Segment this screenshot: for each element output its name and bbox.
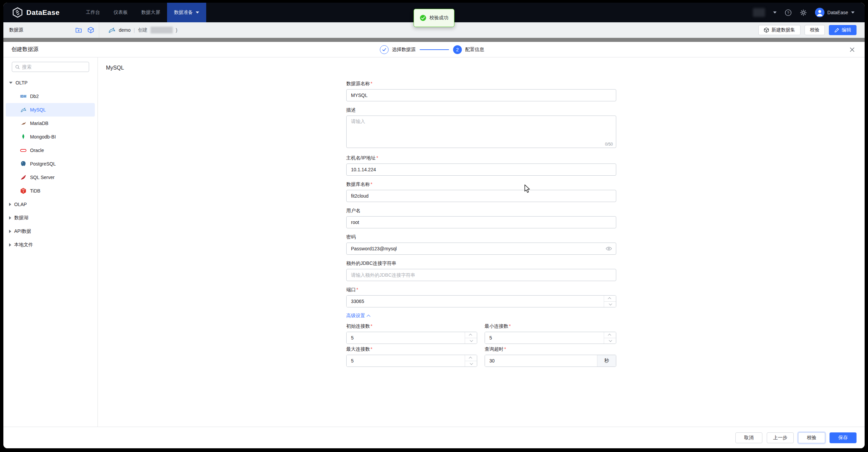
- toolbar-validate-button[interactable]: 校验: [805, 25, 825, 35]
- decrement-button[interactable]: [604, 301, 616, 307]
- description-textarea[interactable]: [346, 116, 616, 148]
- advanced-settings-toggle[interactable]: 高级设置: [346, 312, 616, 320]
- tree-group-oltp[interactable]: OLTP: [3, 76, 98, 90]
- user-menu[interactable]: DataEase: [815, 8, 855, 17]
- tree-item-sqlserver[interactable]: SQL Server: [3, 171, 98, 184]
- increment-button[interactable]: [465, 355, 477, 361]
- tree-item-mongodb[interactable]: Mongodb-BI: [3, 130, 98, 144]
- increment-button[interactable]: [604, 332, 616, 338]
- brand[interactable]: DataEase: [12, 7, 60, 18]
- field-min-conn: 最小连接数*: [485, 322, 616, 344]
- cube-icon: [764, 27, 769, 33]
- previous-step-button[interactable]: 上一步: [767, 432, 794, 443]
- max-conn-stepper: [346, 355, 477, 367]
- datasource-type-sidebar: OLTP IBM Db2 MySQL: [3, 57, 98, 427]
- spinner-controls: [604, 296, 616, 307]
- timeout-input[interactable]: [485, 355, 597, 367]
- jdbc-input[interactable]: [346, 269, 616, 281]
- app-window: DataEase 工作台 仪表板 数据大屏 数据准备 ?: [3, 3, 865, 448]
- field-label: 描述: [346, 106, 616, 114]
- group-label: 数据湖: [14, 215, 28, 221]
- connection-settings-grid: 初始连接数* 最小连接数*: [346, 322, 616, 367]
- chevron-right-icon: [9, 243, 11, 247]
- datasource-name-input[interactable]: [346, 89, 616, 101]
- cancel-button[interactable]: 取消: [735, 432, 762, 443]
- breadcrumb-separator: |: [134, 27, 135, 33]
- success-check-icon: [420, 15, 427, 21]
- chevron-down-icon: [851, 11, 855, 14]
- database-name-input[interactable]: [346, 190, 616, 202]
- tree-item-postgresql[interactable]: PostgreSQL: [3, 157, 98, 171]
- nav-item-dashboard[interactable]: 仪表板: [107, 3, 135, 22]
- field-jdbc: 额外的JDBC连接字符串: [346, 259, 616, 281]
- increment-button[interactable]: [604, 296, 616, 301]
- min-conn-input[interactable]: [485, 332, 604, 344]
- char-counter: 0/50: [605, 142, 613, 147]
- tree-item-mysql[interactable]: MySQL: [6, 103, 95, 117]
- tree-item-mariadb[interactable]: MariaDB: [3, 117, 98, 130]
- stepper: 选择数据源 2 配置信息: [380, 42, 488, 57]
- decrement-button[interactable]: [465, 338, 477, 344]
- init-conn-stepper: [346, 332, 477, 344]
- save-button[interactable]: 保存: [830, 432, 857, 443]
- password-input[interactable]: [346, 243, 616, 255]
- field-password: 密码: [346, 233, 616, 255]
- nav-item-workspace[interactable]: 工作台: [79, 3, 107, 22]
- chevron-right-icon: [9, 203, 11, 206]
- validate-button[interactable]: 校验: [798, 432, 825, 443]
- breadcrumb-datasource-name[interactable]: demo: [119, 27, 131, 33]
- tidb-icon: [20, 187, 27, 194]
- username-input[interactable]: [346, 216, 616, 228]
- success-toast: 校验成功: [414, 9, 455, 27]
- add-folder-icon[interactable]: [75, 27, 82, 33]
- mariadb-icon: [20, 120, 27, 127]
- dataset-cube-icon[interactable]: [87, 27, 94, 33]
- panel-title: 数据源: [9, 27, 23, 33]
- tree-group-olap[interactable]: OLAP: [3, 198, 98, 211]
- oracle-icon: [20, 147, 27, 154]
- db2-icon: IBM: [20, 93, 27, 100]
- step-connector: [420, 49, 449, 50]
- timeout-unit: 秒: [597, 355, 616, 367]
- nav-item-screen[interactable]: 数据大屏: [135, 3, 167, 22]
- config-content: MySQL 数据源名称* 描述 0/50: [98, 57, 865, 427]
- chevron-right-icon: [9, 216, 11, 220]
- tree-group-datalake[interactable]: 数据湖: [3, 211, 98, 225]
- nav-item-label: 数据准备: [174, 9, 193, 16]
- host-input[interactable]: [346, 164, 616, 176]
- field-max-conn: 最大连接数*: [346, 345, 477, 367]
- tree-item-db2[interactable]: IBM Db2: [3, 90, 98, 103]
- increment-button[interactable]: [465, 332, 477, 338]
- search-input[interactable]: [22, 64, 86, 70]
- screen: DataEase 工作台 仪表板 数据大屏 数据准备 ?: [0, 0, 868, 452]
- dialog-footer: 取消 上一步 校验 保存: [3, 427, 865, 448]
- tree-item-label: MySQL: [30, 107, 46, 112]
- toolbar-actions: 新建数据集 校验 编辑: [758, 25, 865, 35]
- search-box[interactable]: [12, 62, 89, 72]
- chevron-down-icon[interactable]: [773, 11, 777, 14]
- tree-item-tidb[interactable]: TiDB: [3, 184, 98, 198]
- tree-item-label: SQL Server: [30, 175, 55, 180]
- port-input[interactable]: [347, 296, 604, 307]
- group-label: OLAP: [14, 202, 27, 207]
- decrement-button[interactable]: [604, 338, 616, 344]
- close-icon[interactable]: [848, 46, 856, 53]
- decrement-button[interactable]: [465, 361, 477, 367]
- help-icon[interactable]: ?: [785, 9, 792, 16]
- breadcrumb-created-label: 创建: [138, 27, 147, 33]
- init-conn-input[interactable]: [347, 332, 465, 344]
- field-label: 额外的JDBC连接字符串: [346, 259, 616, 267]
- tree-group-api[interactable]: API数据: [3, 225, 98, 238]
- tree-item-oracle[interactable]: Oracle: [3, 144, 98, 157]
- postgresql-icon: [20, 160, 27, 167]
- toast-message: 校验成功: [430, 15, 449, 21]
- gear-icon[interactable]: [800, 9, 807, 16]
- chevron-down-icon: [196, 11, 199, 14]
- max-conn-input[interactable]: [347, 355, 465, 367]
- step2-number: 2: [456, 47, 459, 52]
- eye-icon[interactable]: [605, 245, 612, 252]
- tree-group-localfile[interactable]: 本地文件: [3, 238, 98, 252]
- nav-item-data-preparation[interactable]: 数据准备: [167, 3, 206, 22]
- new-dataset-button[interactable]: 新建数据集: [758, 25, 801, 35]
- edit-button[interactable]: 编辑: [829, 25, 857, 35]
